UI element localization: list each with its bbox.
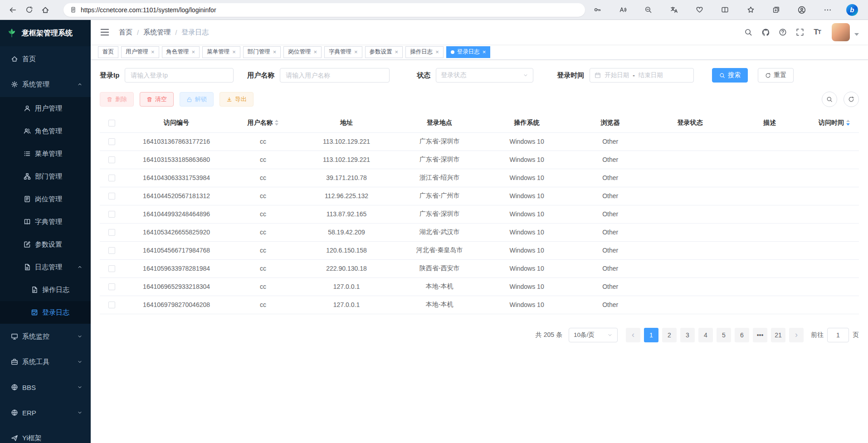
page-button-21[interactable]: 21 — [771, 328, 785, 342]
address-bar[interactable]: https://ccnetcore.com:1101/system/log/lo… — [63, 3, 585, 17]
row-checkbox[interactable] — [108, 247, 115, 254]
github-button[interactable] — [758, 25, 773, 39]
tab-post-mgmt[interactable]: 岗位管理× — [283, 46, 322, 58]
unlock-button[interactable]: 解锁 — [180, 92, 214, 107]
page-button-3[interactable]: 3 — [680, 328, 695, 342]
collections-button[interactable] — [770, 3, 783, 17]
row-checkbox[interactable] — [108, 138, 115, 145]
sidebar-item-login-log[interactable]: 登录日志 — [0, 301, 91, 324]
close-icon[interactable]: × — [273, 49, 277, 55]
fullscreen-button[interactable] — [793, 25, 807, 39]
close-icon[interactable]: × — [192, 49, 195, 55]
close-icon[interactable]: × — [483, 49, 486, 55]
tab-home[interactable]: 首页 — [98, 46, 118, 58]
tab-role-mgmt[interactable]: 角色管理× — [162, 46, 200, 58]
read-aloud-button[interactable] — [616, 3, 629, 17]
sidebar-item-user-mgmt[interactable]: 用户管理 — [0, 97, 91, 120]
login-ip-input[interactable] — [125, 68, 234, 83]
tab-dept-mgmt[interactable]: 部门管理× — [243, 46, 281, 58]
tab-menu-mgmt[interactable]: 菜单管理× — [202, 46, 240, 58]
sidebar-item-param-settings[interactable]: 参数设置 — [0, 233, 91, 256]
refresh-table-button[interactable] — [844, 92, 859, 107]
tab-dict-mgmt[interactable]: 字典管理× — [324, 46, 362, 58]
close-icon[interactable]: × — [151, 49, 155, 55]
row-checkbox[interactable] — [108, 283, 115, 290]
breadcrumb-home[interactable]: 首页 — [119, 28, 132, 37]
page-button-2[interactable]: 2 — [662, 328, 677, 342]
prev-page-button[interactable]: ‹ — [626, 328, 640, 342]
user-avatar[interactable] — [832, 23, 850, 41]
breadcrumb-system-mgmt[interactable]: 系统管理 — [143, 28, 171, 37]
close-icon[interactable]: × — [435, 49, 439, 55]
row-checkbox[interactable] — [108, 302, 115, 308]
browser-profile-button[interactable] — [795, 3, 809, 17]
row-checkbox[interactable] — [108, 265, 115, 272]
browser-home-button[interactable] — [37, 2, 54, 18]
goto-page-input[interactable] — [827, 328, 849, 342]
tab-user-mgmt[interactable]: 用户管理× — [121, 46, 159, 58]
zoom-button[interactable] — [642, 3, 655, 17]
tab-login-log[interactable]: 登录日志× — [446, 46, 491, 58]
sidebar-item-yi-framework[interactable]: Yi框架 — [0, 425, 91, 443]
tab-param-settings[interactable]: 参数设置× — [365, 46, 403, 58]
browser-back-button[interactable] — [5, 2, 21, 18]
sidebar-item-bbs[interactable]: BBS — [0, 375, 91, 400]
sidebar-item-dict-mgmt[interactable]: 字典管理 — [0, 210, 91, 233]
translate-button[interactable] — [667, 3, 681, 17]
status-select[interactable]: 登录状态 — [436, 68, 533, 83]
row-checkbox[interactable] — [108, 211, 115, 218]
split-screen-button[interactable] — [718, 3, 732, 17]
copilot-button[interactable]: b — [846, 4, 858, 16]
sidebar-item-dept-mgmt[interactable]: 部门管理 — [0, 165, 91, 188]
favorites-button[interactable] — [744, 3, 757, 17]
close-icon[interactable]: × — [395, 49, 399, 55]
user-name-input[interactable] — [280, 68, 390, 83]
sidebar-item-operation-log[interactable]: 操作日志 — [0, 278, 91, 301]
sidebar-item-system-monitor[interactable]: 系统监控 — [0, 324, 91, 349]
row-checkbox[interactable] — [108, 156, 115, 163]
page-button-4[interactable]: 4 — [698, 328, 713, 342]
toggle-search-button[interactable] — [822, 92, 837, 107]
font-size-button[interactable]: TT — [810, 25, 824, 39]
page-size-select[interactable]: 10条/页 — [569, 328, 618, 342]
sidebar-item-post-mgmt[interactable]: 岗位管理 — [0, 188, 91, 210]
export-button[interactable]: 导出 — [219, 92, 254, 107]
sidebar-item-home[interactable]: 首页 — [0, 46, 91, 72]
row-checkbox[interactable] — [108, 175, 115, 181]
browser-refresh-button[interactable] — [21, 2, 37, 18]
row-checkbox[interactable] — [108, 229, 115, 236]
sidebar-item-system-mgmt[interactable]: 系统管理 — [0, 72, 91, 97]
clear-button[interactable]: 清空 — [140, 92, 174, 107]
more-pages-button[interactable]: ••• — [753, 328, 767, 342]
col-access-time[interactable]: 访问时间 — [809, 113, 859, 132]
next-page-button[interactable]: › — [789, 328, 804, 342]
reset-button[interactable]: 重置 — [758, 68, 794, 83]
page-button-1[interactable]: 1 — [644, 328, 658, 342]
close-icon[interactable]: × — [232, 49, 236, 55]
browser-menu-button[interactable] — [821, 3, 834, 17]
tab-operation-log[interactable]: 操作日志× — [405, 46, 444, 58]
login-time-range-picker[interactable]: 开始日期 - 结束日期 — [590, 68, 694, 83]
header-search-button[interactable] — [741, 25, 756, 39]
chevron-down-icon[interactable] — [854, 33, 859, 38]
page-button-5[interactable]: 5 — [717, 328, 731, 342]
goto-label: 前往 — [811, 331, 824, 339]
sidebar-item-menu-mgmt[interactable]: 菜单管理 — [0, 142, 91, 165]
sidebar-item-role-mgmt[interactable]: 角色管理 — [0, 120, 91, 142]
page-button-6[interactable]: 6 — [735, 328, 749, 342]
search-button[interactable]: 搜索 — [712, 68, 748, 83]
browser-essentials-button[interactable] — [693, 3, 707, 17]
app-logo[interactable]: 意框架管理系统 — [0, 20, 91, 46]
sidebar-item-log-mgmt[interactable]: 日志管理 — [0, 256, 91, 278]
close-icon[interactable]: × — [313, 49, 317, 55]
close-icon[interactable]: × — [354, 49, 358, 55]
sidebar-toggle-icon[interactable] — [100, 27, 110, 37]
password-key-button[interactable] — [590, 3, 604, 17]
col-user-name[interactable]: 用户名称 — [229, 113, 297, 132]
row-checkbox[interactable] — [108, 193, 115, 200]
sidebar-item-erp[interactable]: ERP — [0, 400, 91, 425]
help-button[interactable] — [775, 25, 790, 39]
sidebar-item-system-tools[interactable]: 系统工具 — [0, 349, 91, 375]
delete-button[interactable]: 删除 — [100, 92, 134, 107]
select-all-checkbox[interactable] — [108, 120, 115, 127]
